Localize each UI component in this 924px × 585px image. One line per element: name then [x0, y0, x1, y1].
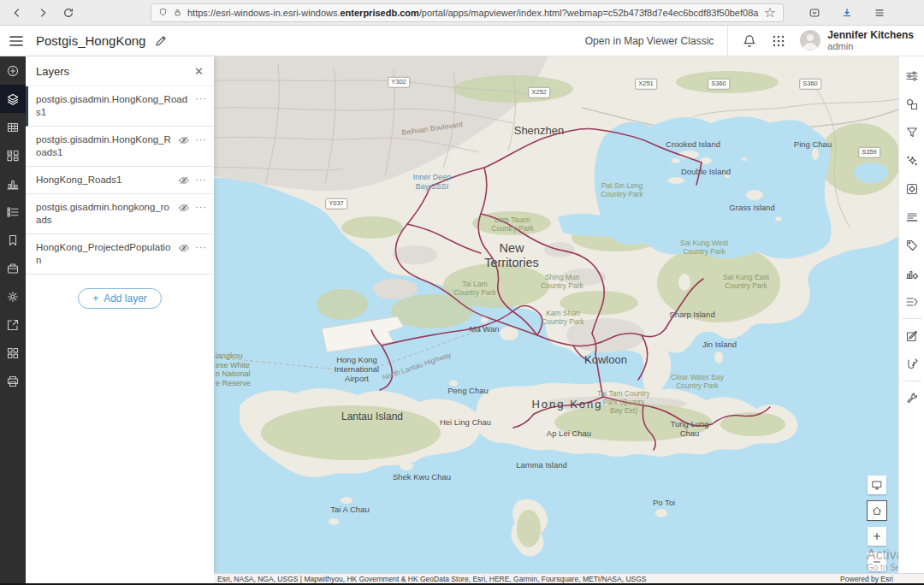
share-map-tool[interactable]	[0, 310, 26, 339]
screen-extent-button[interactable]	[868, 476, 886, 494]
save-open-tool[interactable]	[0, 254, 26, 282]
sketch-tool[interactable]	[899, 350, 924, 378]
filter-tool[interactable]	[899, 118, 924, 146]
app-menu-icon[interactable]	[7, 32, 26, 50]
layer-name: postgis.gisadmin.HongKong_Roads1	[36, 133, 173, 159]
plus-icon	[871, 530, 883, 542]
layer-item[interactable]: postgis.gisadmin.HongKong_Roads1···	[26, 86, 214, 127]
map-tools-tool[interactable]	[899, 384, 924, 412]
layer-options-icon[interactable]: ···	[195, 135, 207, 145]
add-icon	[6, 64, 20, 78]
zoom-in-button[interactable]	[868, 527, 886, 546]
home-button[interactable]	[868, 501, 886, 520]
app-launcher-grid-icon[interactable]	[771, 33, 786, 49]
legend-icon	[6, 205, 20, 219]
legend-tool[interactable]	[0, 198, 26, 226]
layer-options-icon[interactable]: ···	[195, 94, 207, 103]
layer-item[interactable]: HongKong_Roads1···	[26, 167, 214, 194]
powered-by-esri: Powered by Esri	[840, 575, 893, 583]
table-icon	[6, 121, 20, 134]
aggregation-icon	[905, 182, 919, 196]
lock-icon[interactable]	[173, 8, 182, 17]
layer-name: HongKong_ProjectedPopulation	[36, 241, 173, 267]
visibility-eye-off-icon[interactable]	[178, 134, 190, 146]
browser-toolbar: https://esri-windows-in.esri-windows.ent…	[0, 0, 924, 26]
layers-icon	[6, 92, 20, 106]
layers-panel-title: Layers	[36, 65, 69, 78]
layer-item[interactable]: HongKong_ProjectedPopulation···	[26, 234, 214, 275]
effects-icon	[905, 154, 919, 168]
toolbar-divider	[903, 318, 921, 319]
edit-tool[interactable]	[899, 322, 924, 350]
forward-icon[interactable]	[33, 3, 53, 23]
sketch-icon	[905, 358, 919, 371]
edit-icon	[905, 329, 919, 343]
bookmarks-tool[interactable]	[0, 226, 26, 254]
avatar	[800, 30, 820, 50]
gear-icon	[6, 290, 20, 304]
add-layer-button[interactable]: +Add layer	[78, 288, 162, 309]
print-tool[interactable]	[0, 367, 26, 395]
configure-charts-tool[interactable]	[899, 259, 924, 287]
url-text[interactable]: https://esri-windows-in.esri-windows.ent…	[187, 8, 759, 18]
configure-fields-tool[interactable]	[899, 287, 924, 316]
layers-tool[interactable]	[0, 85, 26, 113]
chartgear-icon	[905, 267, 919, 281]
pop-ups-tool[interactable]	[899, 231, 924, 259]
basemap	[214, 56, 898, 575]
wrench-icon	[905, 392, 919, 405]
labels-tool[interactable]	[899, 203, 924, 231]
visibility-eye-off-icon[interactable]	[178, 242, 190, 254]
map-properties-tool[interactable]	[0, 282, 26, 310]
print-icon	[6, 375, 20, 388]
properties-tool[interactable]	[899, 62, 924, 90]
right-toolbar	[898, 56, 924, 564]
aggregation-tool[interactable]	[899, 174, 924, 203]
sliders-icon	[905, 69, 919, 83]
visibility-eye-off-icon[interactable]	[178, 174, 190, 186]
effects-tool[interactable]	[899, 146, 924, 174]
charts-tool[interactable]	[0, 169, 26, 198]
user-role: admin	[827, 41, 914, 52]
minus-icon	[871, 556, 883, 568]
notifications-bell-icon[interactable]	[742, 33, 757, 49]
layer-options-icon[interactable]: ···	[195, 243, 207, 252]
bookmark-star-icon[interactable]: ☆	[764, 4, 776, 21]
chart-icon	[6, 177, 20, 191]
styles-icon	[905, 98, 919, 111]
layer-name: postgis.gisadmin.HongKong_Roads1	[36, 93, 190, 119]
address-bar[interactable]: https://esri-windows-in.esri-windows.ent…	[151, 3, 784, 22]
attribution-sources: Esri, NASA, NGA, USGS | Mapwithyou, HK G…	[217, 575, 647, 583]
fields-icon	[905, 295, 919, 309]
close-panel-icon[interactable]: ✕	[194, 66, 204, 77]
add-new-tool[interactable]	[0, 56, 26, 85]
styles-tool[interactable]	[899, 90, 924, 118]
browser-window: { "browser": { "url_pre": "https://esri-…	[0, 0, 924, 585]
downloads-icon[interactable]	[837, 3, 857, 23]
reload-icon[interactable]	[58, 3, 79, 23]
pocket-icon[interactable]	[804, 3, 825, 23]
user-menu[interactable]: Jennifer Kitchens admin	[800, 29, 914, 53]
layers-panel: Layers ✕ postgis.gisadmin.HongKong_Roads…	[26, 56, 214, 583]
layer-item[interactable]: postgis.gisadmin.HongKong_Roads1···	[26, 127, 214, 167]
basemap-tool[interactable]	[0, 141, 26, 169]
menu-icon[interactable]	[869, 3, 890, 23]
zoom-out-button[interactable]	[868, 552, 886, 571]
map-canvas[interactable]: ShenzhenNew TerritoriesKowloonHong KongL…	[214, 56, 898, 575]
open-classic-link[interactable]: Open in Map Viewer Classic	[585, 35, 714, 47]
layer-list: postgis.gisadmin.HongKong_Roads1···postg…	[26, 86, 214, 275]
back-icon[interactable]	[7, 3, 27, 23]
layer-item[interactable]: postgis.gisadmin.hongkong_roads···	[26, 194, 214, 234]
tables-tool[interactable]	[0, 113, 26, 141]
left-toolbar	[0, 56, 26, 583]
visibility-eye-off-icon[interactable]	[178, 202, 190, 214]
shield-permissions-icon[interactable]	[158, 8, 168, 17]
layer-options-icon[interactable]: ···	[195, 203, 207, 212]
layer-options-icon[interactable]: ···	[195, 175, 207, 185]
toolbar-divider	[903, 381, 921, 381]
filter-icon	[905, 126, 919, 139]
create-app-tool[interactable]	[0, 339, 26, 367]
apps-icon	[6, 346, 20, 360]
edit-title-icon[interactable]	[154, 34, 168, 48]
save-icon	[6, 262, 20, 275]
